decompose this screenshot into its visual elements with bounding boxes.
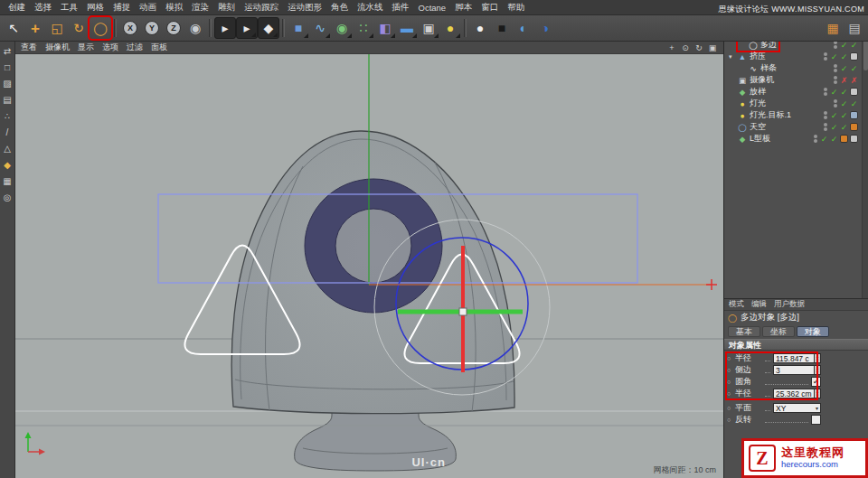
layout-panel-icon[interactable]: ▦ <box>822 17 844 39</box>
menu-item[interactable]: 角色 <box>326 2 353 14</box>
display-mode-b-icon[interactable]: ◑ <box>534 17 556 39</box>
menu-item[interactable]: 运动图形 <box>283 2 326 14</box>
menu-item[interactable]: 创建 <box>4 2 30 14</box>
rotate-view-icon[interactable]: ↻ <box>693 43 704 52</box>
visibility-dots[interactable] <box>824 52 827 61</box>
workplane-lock-icon[interactable]: ▦ <box>1 174 14 188</box>
enable-check-editor[interactable]: ✓ <box>820 135 828 144</box>
convert-editable-icon[interactable]: ⇄ <box>1 44 14 58</box>
camera-icon[interactable]: ▣ <box>418 17 439 39</box>
number-value[interactable]: 25.362 cm <box>773 389 814 398</box>
checkbox[interactable]: ✓ <box>811 415 821 425</box>
layout-grid-icon[interactable]: ▤ <box>844 17 865 39</box>
enable-check-render[interactable]: ✓ <box>840 88 848 97</box>
edges-mode-icon[interactable]: / <box>1 126 14 139</box>
gizmo-center-handle[interactable] <box>459 308 467 315</box>
display-mode-a-icon[interactable]: ◐ <box>513 17 534 39</box>
texture-mode-icon[interactable]: ▨ <box>1 77 14 90</box>
display-gouraud-icon[interactable]: ● <box>469 17 491 39</box>
enable-check-editor[interactable]: ✓ <box>840 64 848 73</box>
tag-icon[interactable] <box>850 52 858 61</box>
object-row[interactable]: ▣ 摄像机 ✗ ✗ <box>724 74 862 86</box>
enable-check-editor[interactable]: ✓ <box>840 41 848 50</box>
scale-tool-icon[interactable]: ◱ <box>46 17 68 39</box>
menu-item[interactable]: 选择 <box>30 2 56 14</box>
enable-check-editor[interactable]: ✓ <box>830 123 838 132</box>
viewport-canvas[interactable]: UI·cn 网格间距：10 cm <box>15 54 723 478</box>
stepper-arrows[interactable]: ▲▼ <box>814 353 821 363</box>
render-view-icon[interactable]: ▸ <box>214 17 236 39</box>
object-row[interactable]: ● 灯光.目标.1 ✓ ✓ <box>724 109 862 121</box>
array-generator-icon[interactable]: ∷ <box>353 17 374 39</box>
visibility-dots[interactable] <box>824 111 827 119</box>
object-row[interactable]: ● 灯光 ✓ ✓ <box>724 98 862 109</box>
subdivision-surface-icon[interactable]: ◉ <box>331 17 353 39</box>
keyframe-dot-icon[interactable]: ○ <box>727 417 735 423</box>
number-input[interactable]: 3 ▲▼ <box>773 365 821 375</box>
visibility-dots[interactable] <box>824 123 827 131</box>
menu-item[interactable]: 运动跟踪 <box>240 2 283 14</box>
menu-item[interactable]: 模拟 <box>161 2 187 14</box>
number-value[interactable]: 115.847 c <box>773 353 814 363</box>
axis-y-lock-button[interactable]: Y <box>141 17 163 39</box>
menu-item[interactable]: 脚本 <box>450 2 476 14</box>
stepper-arrows[interactable]: ▲▼ <box>814 389 821 398</box>
enable-check-render[interactable]: ✓ <box>850 99 858 108</box>
visibility-dots[interactable] <box>834 41 837 49</box>
keyframe-dot-icon[interactable]: ○ <box>727 367 735 373</box>
polygons-mode-icon[interactable]: △ <box>1 142 14 155</box>
tag-icon[interactable] <box>850 135 858 143</box>
menu-item[interactable]: 渲染 <box>187 2 213 14</box>
visibility-dots[interactable] <box>814 135 817 143</box>
visibility-dots[interactable] <box>834 64 837 72</box>
model-mode-icon[interactable]: □ <box>1 61 14 74</box>
deformer-icon[interactable]: ◧ <box>374 17 396 39</box>
menu-item[interactable]: 雕刻 <box>213 2 240 14</box>
live-selection-tool-icon[interactable]: ↖ <box>3 17 24 39</box>
light-icon[interactable]: ● <box>439 17 461 39</box>
attribute-tab[interactable]: 对象 <box>797 326 829 337</box>
points-mode-icon[interactable]: ∴ <box>1 109 14 123</box>
visibility-dots[interactable] <box>824 88 827 96</box>
enable-snap-icon[interactable]: ◆ <box>1 158 14 172</box>
enable-check-render[interactable]: ✗ <box>850 76 858 85</box>
primitive-cube-icon[interactable]: ■ <box>288 17 309 39</box>
object-row[interactable]: ◆ 放样 ✓ ✓ <box>724 86 862 98</box>
menu-item[interactable]: 工具 <box>56 2 82 14</box>
menu-item[interactable]: 动画 <box>135 2 161 14</box>
isolate-view-icon[interactable]: ◎ <box>1 191 14 204</box>
enable-check-editor[interactable]: ✓ <box>840 99 848 108</box>
viewport-menu-item[interactable]: 摄像机 <box>45 42 70 53</box>
keyframe-dot-icon[interactable]: ○ <box>727 379 735 385</box>
attribute-tab[interactable]: 坐标 <box>762 326 795 337</box>
viewport-menu-item[interactable]: 显示 <box>78 42 94 53</box>
number-input[interactable]: 115.847 c ▲▼ <box>773 353 821 363</box>
menu-item[interactable]: 帮助 <box>503 2 529 14</box>
enable-check-render[interactable]: ✓ <box>850 64 858 73</box>
attribute-menu-item[interactable]: 模式 <box>729 299 744 310</box>
menu-item[interactable]: 捕捉 <box>108 2 135 14</box>
keyframe-dot-icon[interactable]: ○ <box>727 405 735 411</box>
attribute-menu-item[interactable]: 用户数据 <box>774 299 805 310</box>
display-wireframe-icon[interactable]: ■ <box>491 17 513 39</box>
number-value[interactable]: 3 <box>773 365 814 375</box>
stepper-arrows[interactable]: ▲▼ <box>814 365 821 375</box>
visibility-dots[interactable] <box>834 99 837 108</box>
menu-item[interactable]: 插件 <box>388 2 414 14</box>
viewport-menu-item[interactable]: 面板 <box>151 42 167 53</box>
workplane-mode-icon[interactable]: ▤ <box>1 93 14 107</box>
maximize-view-icon[interactable]: ▣ <box>707 43 718 52</box>
axis-x-lock-button[interactable]: X <box>119 17 141 39</box>
enable-check-editor[interactable]: ✓ <box>830 52 838 61</box>
enable-check-editor[interactable]: ✗ <box>840 76 848 85</box>
menu-item[interactable]: 流水线 <box>353 2 388 14</box>
viewport-menu-item[interactable]: 查看 <box>21 42 37 53</box>
expand-arrow-icon[interactable]: ▾ <box>729 53 735 61</box>
recent-tool-nside-icon[interactable]: ◯ <box>90 17 111 39</box>
torus-ring[interactable] <box>305 179 442 313</box>
enable-check-render[interactable]: ✓ <box>850 41 858 50</box>
plane-dropdown[interactable]: XY ▾ <box>773 403 821 413</box>
enable-check-editor[interactable]: ✓ <box>830 88 838 97</box>
enable-check-render[interactable]: ✓ <box>830 135 838 144</box>
axis-z-lock-button[interactable]: Z <box>163 17 184 39</box>
